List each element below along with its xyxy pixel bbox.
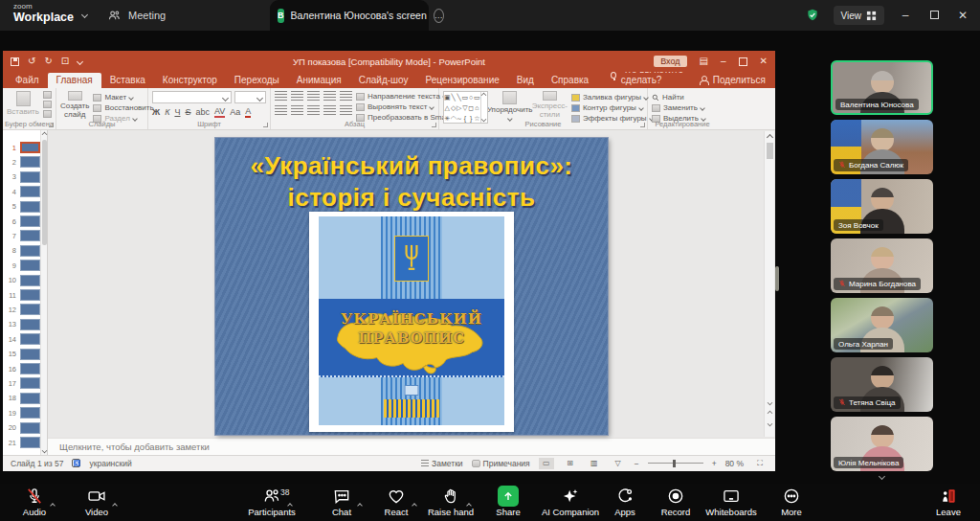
accessibility-icon[interactable]: ♿	[72, 459, 80, 467]
normal-view-button[interactable]: ▭	[539, 458, 554, 469]
ribbon-tab-Рецензирование[interactable]: Рецензирование	[417, 73, 508, 88]
font-style-button-5[interactable]: AV	[214, 106, 225, 118]
previous-slide-icon[interactable]	[768, 411, 773, 417]
zoom-slider[interactable]	[648, 463, 703, 464]
minimize-button[interactable]: –	[898, 9, 913, 22]
paste-button[interactable]: Вставить	[7, 91, 39, 120]
slide-thumbnail-5[interactable]: 5	[7, 201, 40, 213]
reading-view-button[interactable]: ▥	[587, 458, 602, 469]
font-size-combobox[interactable]	[234, 91, 266, 103]
shape-glyph-5[interactable]: ▭	[474, 92, 480, 102]
quick-styles-button[interactable]: Экспресс-стили	[532, 91, 568, 120]
notes-pane[interactable]: Щелкните, чтобы добавить заметки	[48, 438, 775, 455]
close-button[interactable]: ✕	[955, 9, 970, 22]
slideshow-view-button[interactable]: ▽	[611, 458, 626, 469]
participant-tile-2[interactable]: Богдана Салюк	[831, 120, 933, 174]
font-style-button-3[interactable]: S	[185, 107, 190, 117]
shape-glyph-0[interactable]: ▣	[444, 92, 451, 102]
new-slide-button[interactable]: Создать слайд	[60, 91, 89, 120]
participant-tile-5[interactable]: Ольга Харлан	[831, 298, 933, 352]
slide-thumbnail-2[interactable]: 2	[7, 156, 40, 168]
bullets-icon[interactable]	[275, 91, 287, 101]
caret-up-icon[interactable]	[113, 494, 117, 511]
arrange-button[interactable]: Упорядочить	[492, 91, 528, 120]
toolbar-more-button[interactable]: More	[746, 486, 837, 517]
indent-increase-icon[interactable]	[323, 91, 336, 101]
participant-tile-1[interactable]: Валентина Юносова	[831, 60, 933, 115]
fit-to-window-icon[interactable]: ⛶	[752, 458, 768, 469]
canvas-scrollbar[interactable]	[764, 131, 774, 437]
language-indicator[interactable]: украинский	[89, 459, 131, 468]
ribbon-tab-Файл[interactable]: Файл	[7, 73, 48, 88]
font-dialog-launcher[interactable]	[263, 123, 268, 127]
zoom-in-button[interactable]: +	[712, 459, 717, 468]
ribbon-tab-Конструктор[interactable]: Конструктор	[154, 73, 226, 88]
font-style-button-7[interactable]: А	[245, 106, 251, 118]
slide-thumbnail-11[interactable]: 11	[7, 289, 40, 301]
canvas-scroll-down-icon[interactable]	[768, 400, 773, 406]
shapes-gallery[interactable]: ▣╲╲▭○▭△◇▷▽◻⌂✳◠∼{}☆	[443, 91, 488, 124]
tab-shared-screen[interactable]: B Валентина Юносова's screen …	[270, 0, 429, 31]
participant-tile-7[interactable]: Юлія Мельнікова	[831, 417, 933, 471]
undo-icon[interactable]: ↺	[28, 57, 35, 66]
security-shield-icon[interactable]	[805, 8, 820, 23]
slide-thumbnail-15[interactable]: 15	[7, 349, 40, 360]
thumbnails-scrollbar[interactable]	[40, 130, 47, 455]
slide-thumbnail-14[interactable]: 14	[7, 333, 40, 345]
slide-thumbnail-12[interactable]: 12	[7, 304, 40, 315]
clipboard-dialog-launcher[interactable]	[49, 123, 54, 127]
slide-thumbnail-3[interactable]: 3	[7, 171, 40, 183]
ribbon-tab-Вид[interactable]: Вид	[508, 73, 543, 88]
find-button[interactable]: Найти	[652, 93, 705, 102]
participant-tile-6[interactable]: Тетяна Свіца	[831, 357, 933, 412]
qat-customize-icon[interactable]	[77, 57, 83, 64]
toolbar-leave-button[interactable]: Leave	[902, 486, 980, 517]
redo-icon[interactable]: ↻	[44, 57, 52, 66]
shape-glyph-6[interactable]: △	[444, 102, 451, 113]
ppt-close-button[interactable]: ✕	[760, 57, 768, 66]
slide-thumbnail-7[interactable]: 7	[7, 230, 40, 241]
ppt-restore-button[interactable]	[739, 57, 747, 66]
notes-toggle-button[interactable]: Заметки	[421, 459, 463, 468]
caret-up-icon[interactable]	[288, 494, 292, 511]
ribbon-tab-Справка[interactable]: Справка	[543, 73, 597, 88]
slide-thumbnail-6[interactable]: 6	[7, 215, 40, 227]
layout-button[interactable]: Макет	[93, 93, 153, 102]
slide-thumbnail-1[interactable]: 1	[7, 142, 40, 153]
ppt-minimize-button[interactable]: –	[721, 57, 726, 66]
maximize-button[interactable]	[926, 9, 942, 22]
slide-1[interactable]: «Український правопис»: історія і сучасн…	[215, 138, 608, 435]
slide-thumbnail-10[interactable]: 10	[7, 275, 40, 286]
replace-button[interactable]: Заменить	[652, 103, 705, 112]
copy-icon[interactable]	[43, 101, 52, 108]
align-right-icon[interactable]	[307, 105, 320, 115]
font-style-button-2[interactable]: Ч	[174, 107, 180, 117]
format-painter-icon[interactable]	[43, 110, 52, 118]
reset-button[interactable]: Восстановить	[93, 103, 153, 112]
screen-tab-options-icon[interactable]: …	[434, 9, 444, 23]
slide-thumbnail-21[interactable]: 21	[7, 437, 40, 448]
align-center-icon[interactable]	[291, 105, 303, 115]
slide-thumbnail-18[interactable]: 18	[7, 393, 40, 404]
workspace-chevron-down-icon[interactable]	[81, 11, 88, 18]
slide-thumbnail-13[interactable]: 13	[7, 319, 40, 330]
shape-outline-button[interactable]: Контур фигуры	[571, 103, 654, 112]
align-left-icon[interactable]	[275, 105, 287, 115]
ribbon-tab-Вставка[interactable]: Вставка	[101, 73, 154, 88]
shape-glyph-3[interactable]: ▭	[462, 92, 469, 102]
shared-screen-scroll-thumb[interactable]	[775, 266, 779, 291]
line-spacing-icon[interactable]	[340, 91, 352, 101]
font-style-button-6[interactable]: Aa	[230, 107, 240, 117]
ribbon-tab-Анимация[interactable]: Анимация	[288, 73, 350, 88]
signin-button[interactable]: Вход	[654, 56, 686, 67]
columns-icon[interactable]	[340, 105, 352, 115]
slide-thumbnail-8[interactable]: 8	[7, 245, 40, 257]
ribbon-tab-Главная[interactable]: Главная	[48, 73, 101, 88]
canvas-scroll-thumb[interactable]	[767, 143, 773, 159]
justify-icon[interactable]	[323, 105, 336, 115]
ribbon-display-options-icon[interactable]: ▤	[700, 57, 708, 66]
cut-icon[interactable]	[43, 91, 52, 99]
next-slide-icon[interactable]	[768, 421, 773, 427]
shape-glyph-11[interactable]: ⌂	[474, 102, 480, 113]
numbering-icon[interactable]	[291, 91, 303, 101]
